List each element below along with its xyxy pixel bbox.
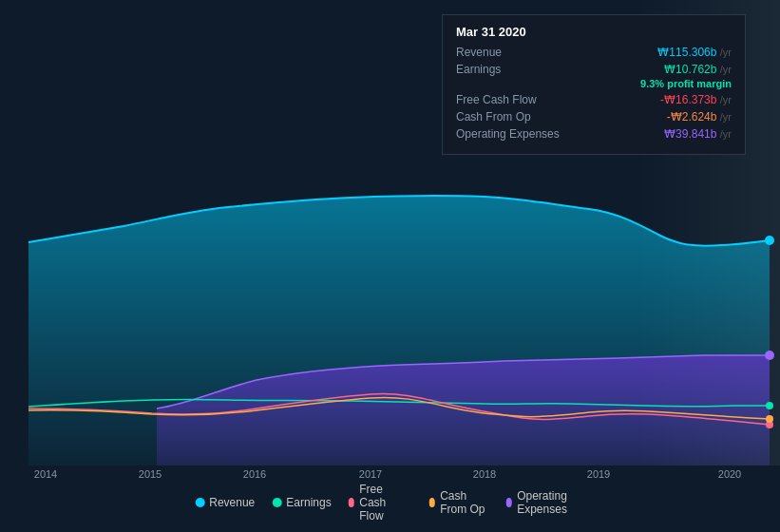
tooltip-date: Mar 31 2020 [456,25,732,39]
legend-opex[interactable]: Operating Expenses [506,489,585,516]
legend-dot-fcf [349,498,355,507]
legend-revenue[interactable]: Revenue [195,496,255,509]
svg-point-3 [765,236,774,245]
legend-dot-revenue [195,498,204,507]
legend-label-earnings: Earnings [286,496,331,509]
profit-margin-label: profit margin [667,78,732,89]
tooltip-earnings-per: /yr [720,64,732,75]
tooltip-fcf-row: Free Cash Flow -₩16.373b /yr [456,93,732,106]
legend-dot-earnings [272,498,281,507]
legend-earnings[interactable]: Earnings [272,496,331,509]
chart-legend: Revenue Earnings Free Cash Flow Cash Fro… [195,483,585,522]
tooltip-cfo-row: Cash From Op -₩2.624b /yr [456,110,732,124]
tooltip-cfo-per: /yr [720,111,732,123]
x-label-2016: 2016 [243,468,266,480]
legend-label-fcf: Free Cash Flow [359,483,411,522]
legend-label-cfo: Cash From Op [440,489,488,516]
x-label-2018: 2018 [473,468,496,480]
tooltip-revenue-per: /yr [720,47,732,58]
tooltip-revenue-label: Revenue [456,46,502,59]
profit-margin-row: 9.3% profit margin [456,78,732,89]
svg-point-4 [765,351,774,360]
x-label-2019: 2019 [587,468,610,480]
tooltip-cfo-val: -₩2.624b [667,110,717,124]
x-label-2017: 2017 [359,468,382,480]
legend-label-opex: Operating Expenses [517,489,585,516]
legend-label-revenue: Revenue [209,496,255,509]
tooltip-fcf-val: -₩16.373b [660,93,716,106]
tooltip-opex-label: Operating Expenses [456,127,560,141]
x-label-2015: 2015 [139,468,162,480]
tooltip-box: Mar 31 2020 Revenue ₩115.306b /yr Earnin… [442,14,746,155]
tooltip-earnings-row: Earnings ₩10.762b /yr [456,63,732,76]
legend-dot-cfo [429,498,436,507]
tooltip-opex-row: Operating Expenses ₩39.841b /yr [456,127,732,141]
profit-margin-pct: 9.3% [640,78,664,89]
tooltip-earnings-label: Earnings [456,63,501,76]
x-label-2020: 2020 [718,468,741,480]
legend-fcf[interactable]: Free Cash Flow [349,483,412,522]
legend-cfo[interactable]: Cash From Op [429,489,489,516]
tooltip-revenue-val: ₩115.306b [657,46,716,59]
tooltip-revenue-row: Revenue ₩115.306b /yr [456,46,732,59]
tooltip-cfo-label: Cash From Op [456,110,531,124]
svg-point-6 [766,415,773,423]
chart-container: ₩160b ₩0 -₩20b [0,0,780,532]
legend-dot-opex [506,498,513,507]
svg-point-7 [766,402,773,409]
tooltip-opex-val: ₩39.841b [664,127,716,141]
x-label-2014: 2014 [34,468,57,480]
tooltip-fcf-label: Free Cash Flow [456,93,537,106]
tooltip-earnings-val: ₩10.762b [664,63,716,76]
tooltip-opex-per: /yr [720,128,732,140]
tooltip-fcf-per: /yr [720,94,732,105]
